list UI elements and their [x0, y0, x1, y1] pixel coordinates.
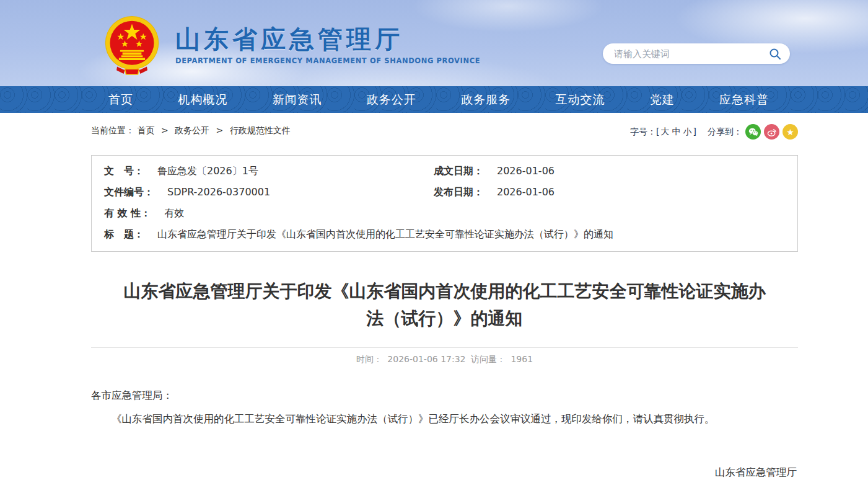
doc-number-label: 文 号：: [104, 164, 144, 178]
weibo-glyph: [767, 128, 777, 136]
doc-number-field: 文 号： 鲁应急发〔2026〕1号: [92, 164, 434, 178]
validity-value: 有效: [164, 207, 184, 220]
info-row: 有 效 性： 有效: [92, 203, 797, 224]
site-title-group: 山东省应急管理厅 DEPARTMENT OF EMERGENCY MANAGEM…: [175, 25, 480, 65]
share-label: 分享到：: [708, 127, 742, 138]
nav-item-party[interactable]: 党建: [650, 92, 675, 108]
time-label: 时间：: [356, 354, 382, 364]
article-body: 各市应急管理局： 《山东省国内首次使用的化工工艺安全可靠性论证实施办法（试行）》…: [91, 386, 798, 429]
written-date-value: 2026-01-06: [497, 164, 555, 178]
info-row: 标 题： 山东省应急管理厅关于印发《山东省国内首次使用的化工工艺安全可靠性论证实…: [92, 224, 797, 245]
font-size-large[interactable]: 大: [661, 127, 670, 136]
main-nav: 首页 机构概况 新闻资讯 政务公开 政务服务 互动交流 党建 应急科普: [0, 86, 868, 113]
document-info-box: 文 号： 鲁应急发〔2026〕1号 成文日期： 2026-01-06 文件编号：…: [91, 155, 798, 252]
title-field: 标 题： 山东省应急管理厅关于印发《山东省国内首次使用的化工工艺安全可靠性论证实…: [92, 228, 613, 241]
page-tools: 字号：[大中小] 分享到：: [630, 124, 798, 140]
search-button[interactable]: [768, 47, 783, 61]
validity-field: 有 效 性： 有效: [92, 207, 434, 220]
breadcrumb-regulatory-docs[interactable]: 行政规范性文件: [230, 125, 291, 135]
info-row: 文件编号： SDPR-2026-0370001 发布日期： 2026-01-06: [92, 182, 797, 203]
search-input[interactable]: [614, 48, 768, 60]
body-paragraph: 《山东省国内首次使用的化工工艺安全可靠性论证实施办法（试行）》已经厅长办公会议审…: [91, 410, 798, 429]
written-date-field: 成文日期： 2026-01-06: [434, 164, 797, 178]
site-brand: 山东省应急管理厅 DEPARTMENT OF EMERGENCY MANAGEM…: [101, 16, 480, 75]
bracket-right: ]: [693, 127, 696, 136]
site-title-en: DEPARTMENT OF EMERGENCY MANAGEMENT OF SH…: [175, 56, 480, 65]
nav-item-gov-open[interactable]: 政务公开: [367, 92, 416, 108]
nav-item-about[interactable]: 机构概况: [178, 92, 227, 108]
breadcrumb-separator: >: [161, 125, 169, 135]
breadcrumb-separator: >: [216, 125, 224, 135]
signature-block: 山东省应急管理厅 2026年1月6日: [91, 463, 798, 480]
visits-label: 访问量：: [471, 354, 506, 364]
article-title: 山东省应急管理厅关于印发《山东省国内首次使用的化工工艺安全可靠性论证实施办法（试…: [91, 278, 798, 332]
bracket-left: [: [656, 127, 659, 136]
national-emblem-logo: [101, 16, 163, 75]
file-code-label: 文件编号：: [104, 185, 154, 199]
share-wechat-icon[interactable]: [745, 124, 761, 140]
breadcrumb-gov-open[interactable]: 政务公开: [175, 125, 209, 135]
publish-date-label: 发布日期：: [434, 185, 483, 199]
breadcrumb-prefix: 当前位置：: [91, 125, 134, 135]
doc-number-value: 鲁应急发〔2026〕1号: [157, 164, 258, 178]
breadcrumb-home[interactable]: 首页: [137, 125, 154, 135]
font-size-label: 字号：: [630, 127, 656, 136]
font-size-small[interactable]: 小: [683, 127, 692, 136]
header-banner: 山东省应急管理厅 DEPARTMENT OF EMERGENCY MANAGEM…: [0, 0, 868, 86]
publish-date-field: 发布日期： 2026-01-06: [434, 185, 797, 199]
signature-org: 山东省应急管理厅: [91, 463, 797, 480]
salutation: 各市应急管理局：: [91, 386, 798, 405]
wechat-glyph: [748, 128, 758, 136]
search-box: [603, 43, 790, 64]
share-weibo-icon[interactable]: [764, 124, 779, 140]
nav-item-emergency-science[interactable]: 应急科普: [719, 92, 769, 108]
nav-item-gov-service[interactable]: 政务服务: [461, 92, 511, 108]
written-date-label: 成文日期：: [434, 164, 483, 178]
file-code-field: 文件编号： SDPR-2026-0370001: [92, 185, 434, 199]
publish-date-value: 2026-01-06: [497, 185, 555, 199]
share-qzone-star-icon[interactable]: ★: [783, 124, 798, 140]
validity-label: 有 效 性：: [104, 207, 151, 220]
page: 山东省应急管理厅 DEPARTMENT OF EMERGENCY MANAGEM…: [0, 0, 868, 480]
nav-item-interaction[interactable]: 互动交流: [555, 92, 605, 108]
title-label: 标 题：: [104, 228, 144, 241]
nav-item-news[interactable]: 新闻资讯: [273, 92, 322, 108]
search-icon: [769, 48, 781, 60]
title-value: 山东省应急管理厅关于印发《山东省国内首次使用的化工工艺安全可靠性论证实施办法（试…: [157, 228, 613, 241]
info-row: 文 号： 鲁应急发〔2026〕1号 成文日期： 2026-01-06: [92, 161, 797, 182]
content-area: 当前位置： 首页 > 政务公开 > 行政规范性文件 字号：[大中小] 分享到：: [91, 113, 798, 480]
nav-item-home[interactable]: 首页: [108, 92, 133, 108]
site-title: 山东省应急管理厅: [175, 25, 480, 53]
breadcrumb-row: 当前位置： 首页 > 政务公开 > 行政规范性文件 字号：[大中小] 分享到：: [91, 124, 798, 153]
breadcrumb: 当前位置： 首页 > 政务公开 > 行政规范性文件: [91, 124, 291, 136]
font-size-control: 字号：[大中小]: [630, 127, 696, 138]
font-size-medium[interactable]: 中: [672, 127, 681, 136]
file-code-value: SDPR-2026-0370001: [167, 185, 270, 199]
visits-value: 1961: [511, 354, 533, 364]
article-meta: 时间： 2026-01-06 17:32 访问量： 1961: [91, 348, 798, 370]
time-value: 2026-01-06 17:32: [387, 354, 465, 364]
